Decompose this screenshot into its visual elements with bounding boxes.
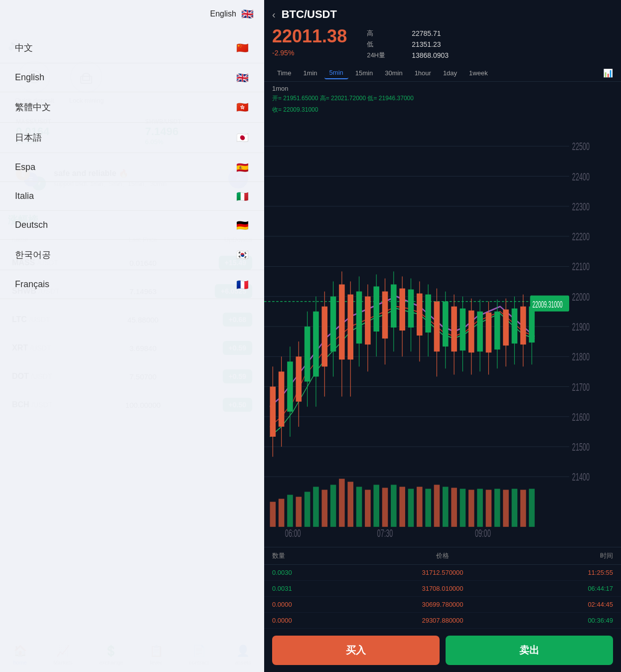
svg-rect-114 [468,490,474,526]
svg-rect-86 [512,309,518,343]
trade-row: 0.0000 30699.780000 02:44:45 [264,597,621,613]
buy-button[interactable]: 买入 [272,636,440,665]
td-qty-2: 0.0031 [272,585,386,592]
svg-text:22100: 22100 [572,261,590,273]
svg-rect-52 [365,297,371,344]
lang-item-traditional-chinese[interactable]: 繁體中文 🇭🇰 [0,92,264,123]
lang-label-japanese: 日本語 [15,132,42,144]
time-btn-15min[interactable]: 15min [350,67,378,79]
trade-row: 0.0031 31708.010000 06:44:17 [264,581,621,597]
current-language[interactable]: English 🇬🇧 [210,9,254,19]
lang-item-french[interactable]: Français 🇫🇷 [0,270,264,299]
svg-rect-48 [347,295,353,360]
svg-rect-99 [339,479,345,526]
svg-rect-96 [313,487,319,526]
svg-rect-32 [279,371,285,427]
lang-flag-italian: 🇮🇹 [235,191,249,201]
time-btn-1min[interactable]: 1min [298,67,322,79]
svg-rect-113 [460,489,466,526]
price-change: -2.95% [272,49,347,57]
svg-rect-46 [339,285,345,360]
svg-rect-40 [313,312,319,377]
lang-item-korean[interactable]: 한국어공 🇰🇷 [0,240,264,270]
trade-row: 0.0030 31712.570000 11:25:55 [264,565,621,581]
svg-rect-119 [512,489,518,526]
trading-pair-title: BTC/USDT [282,8,337,21]
vol-value: 13868.0903 [412,51,449,59]
svg-rect-44 [330,297,336,352]
svg-text:06:00: 06:00 [285,527,301,539]
svg-text:09:00: 09:00 [475,527,491,539]
current-lang-label: English [210,9,236,18]
lang-label-english: English [15,72,44,83]
back-arrow-icon[interactable]: ‹ [272,9,276,20]
svg-rect-50 [356,292,362,343]
svg-rect-56 [382,292,388,338]
td-qty-4: 0.0000 [272,617,386,624]
lang-label-spanish: Espa [15,162,35,172]
time-btn-1day[interactable]: 1day [438,67,462,79]
time-btn-30min[interactable]: 30min [380,67,407,79]
svg-rect-105 [391,485,397,526]
td-time-1: 11:25:55 [499,569,613,576]
time-btn-1hour[interactable]: 1hour [410,67,436,79]
svg-text:21800: 21800 [572,351,590,363]
chart-type-icon[interactable]: 📊 [603,68,613,78]
lang-item-italian[interactable]: Italia 🇮🇹 [0,182,264,211]
chart-header: ‹ BTC/USDT [264,0,621,26]
svg-text:21700: 21700 [572,381,590,393]
action-buttons: 买入 卖出 [264,629,621,672]
lang-flag-french: 🇫🇷 [235,280,249,290]
svg-text:21400: 21400 [572,471,590,484]
main-price: 22011.38 -2.95% [272,26,347,57]
lang-label-korean: 한국어공 [15,249,51,261]
svg-rect-97 [321,490,327,526]
svg-rect-91 [270,502,276,527]
price-section: 22011.38 -2.95% 高 22785.71 低 21351.23 24… [264,26,621,65]
td-time-4: 00:36:49 [499,617,613,624]
lang-item-spanish[interactable]: Espa 🇪🇸 [0,153,264,182]
td-qty-3: 0.0000 [272,601,386,608]
td-px-2: 31708.010000 [386,585,499,592]
lang-item-chinese[interactable]: 中文 🇨🇳 [0,33,264,63]
svg-rect-110 [434,485,440,526]
time-btn-1week[interactable]: 1week [464,67,493,79]
svg-rect-112 [451,488,457,526]
svg-rect-111 [443,487,449,526]
svg-rect-42 [321,307,327,367]
svg-rect-102 [365,490,371,526]
td-time-3: 02:44:45 [499,601,613,608]
time-btn-5min[interactable]: 5min [324,67,348,79]
language-list: 中文 🇨🇳 English 🇬🇧 繁體中文 🇭🇰 日本語 🇯🇵 Espa [0,28,264,304]
lang-label-traditional-chinese: 繁體中文 [15,101,51,113]
svg-rect-118 [503,490,509,526]
svg-rect-92 [279,499,285,527]
chart-area: 22500 22400 22300 22200 22100 22000 2190… [264,116,621,547]
trade-row: 0.0000 29307.880000 00:36:49 [264,613,621,629]
svg-rect-107 [408,489,414,526]
time-btn-time[interactable]: Time [272,67,296,79]
svg-rect-84 [503,310,509,345]
svg-rect-34 [287,361,293,411]
ohlc-info: 开= 21951.65000 高= 22021.72000 低= 21946.3… [264,93,621,105]
current-price: 22011.38 [272,26,347,47]
sell-button[interactable]: 卖出 [446,636,613,665]
lang-item-japanese[interactable]: 日本語 🇯🇵 [0,123,264,153]
svg-rect-38 [305,327,310,382]
svg-rect-36 [296,356,302,401]
td-px-4: 29307.880000 [386,617,499,624]
svg-rect-94 [296,497,302,527]
svg-text:22500: 22500 [572,141,590,153]
lang-item-german[interactable]: Deutsch 🇩🇪 [0,211,264,240]
svg-text:22400: 22400 [572,170,590,183]
current-lang-flag: 🇬🇧 [240,9,254,19]
lang-item-english[interactable]: English 🇬🇧 [0,63,264,92]
lang-label-italian: Italia [15,191,34,201]
close-value: 收= 22009.31000 [272,106,318,113]
candlestick-chart: 22500 22400 22300 22200 22100 22000 2190… [264,116,621,547]
svg-rect-54 [373,287,379,332]
svg-rect-103 [373,485,379,526]
svg-rect-120 [520,490,526,526]
svg-rect-115 [477,489,483,526]
close-info: 收= 22009.31000 [264,105,621,116]
